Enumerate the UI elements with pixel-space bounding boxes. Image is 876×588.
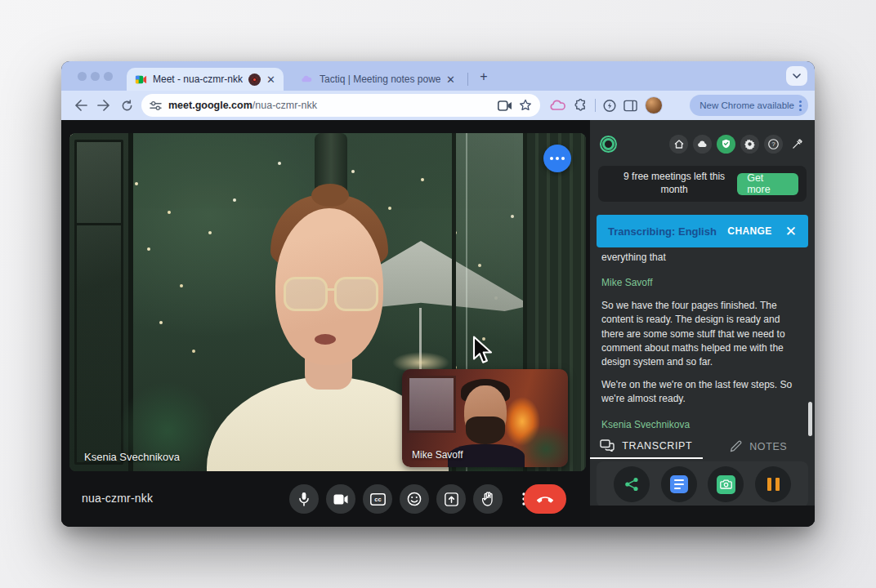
tab-tactiq-title: Tactiq | Meeting notes powe — [320, 74, 440, 85]
bookmark-star-icon[interactable] — [519, 99, 532, 112]
profile-avatar[interactable] — [645, 96, 663, 114]
window-close-button[interactable] — [78, 72, 87, 81]
browser-toolbar: meet.google.com/nua-czmr-nkk — [61, 91, 815, 120]
call-end-icon — [537, 496, 553, 503]
end-call-button[interactable] — [524, 484, 566, 514]
svg-text:?: ? — [771, 140, 775, 148]
chevron-down-icon — [793, 74, 801, 78]
smiley-icon — [407, 492, 422, 506]
extensions-puzzle-icon[interactable] — [574, 99, 588, 113]
pause-icon — [767, 478, 780, 491]
chat-overlay-button[interactable] — [543, 145, 571, 172]
pin-panel-button[interactable] — [788, 135, 807, 154]
mic-icon — [298, 492, 310, 506]
transcript-scrollbar[interactable] — [808, 402, 812, 436]
pip-participant-name: Mike Savoff — [412, 449, 463, 461]
participant-mouth — [315, 334, 336, 345]
settings-button[interactable] — [740, 135, 759, 154]
transcript-list[interactable]: everything that Mike Savoff So we have t… — [601, 251, 800, 430]
tactiq-sidebar: ? 9 free meetings left this month Get mo… — [590, 120, 815, 527]
present-button[interactable] — [436, 484, 466, 514]
pin-icon — [792, 139, 802, 149]
meet-control-bar: nua-czmr-nkk cc — [61, 471, 590, 527]
pip-participant-beard — [466, 416, 505, 444]
record-indicator-icon — [600, 136, 617, 153]
window-minimize-button[interactable] — [91, 72, 100, 81]
tab-tactiq[interactable]: Tactiq | Meeting notes powe ✕ — [293, 68, 463, 91]
main-video-tile[interactable]: Ksenia Svechnikova Mike Savoff — [69, 133, 586, 471]
tab-meet[interactable]: Meet - nua-czmr-nkk ✕ — [127, 68, 284, 91]
tactiq-extension-icon[interactable] — [550, 99, 566, 112]
toolbar-divider — [595, 99, 596, 112]
eyeglasses — [334, 277, 378, 311]
transcribing-label: Transcribing: English — [608, 225, 717, 238]
mic-button[interactable] — [289, 484, 319, 514]
captions-icon: cc — [370, 493, 386, 506]
site-settings-icon[interactable] — [150, 100, 162, 111]
window-zoom-button[interactable] — [104, 72, 113, 81]
transcript-text: We're on the we're on the last few steps… — [601, 378, 800, 407]
url-path: /nua-czmr-nkk — [253, 100, 317, 111]
camera-button[interactable] — [326, 484, 355, 514]
help-button[interactable]: ? — [764, 135, 783, 154]
pip-plant — [517, 425, 568, 467]
change-language-button[interactable]: CHANGE — [727, 225, 771, 237]
home-icon — [674, 140, 684, 149]
chat-bubbles-icon — [600, 439, 615, 452]
back-button[interactable] — [69, 94, 92, 117]
side-panel-icon[interactable] — [623, 100, 637, 112]
privacy-extension-icon[interactable] — [603, 99, 616, 113]
pip-window — [407, 376, 456, 433]
share-button[interactable] — [614, 466, 650, 502]
transcript-speaker: Mike Savoff — [601, 276, 800, 290]
transcript-text: everything that — [601, 251, 800, 265]
reactions-button[interactable] — [400, 484, 429, 514]
meet-page: Ksenia Svechnikova Mike Savoff nua-czmr-… — [61, 120, 815, 527]
meet-favicon-icon — [135, 74, 147, 86]
get-more-button[interactable]: Get more — [737, 173, 798, 195]
pause-transcript-button[interactable] — [755, 466, 791, 502]
forward-button[interactable] — [92, 94, 115, 117]
tab-search-button[interactable] — [786, 66, 807, 86]
main-participant-name: Ksenia Svechnikova — [84, 451, 180, 463]
kebab-menu-icon[interactable] — [799, 100, 802, 111]
screenshot-button[interactable] — [708, 466, 744, 502]
participant-hair-bun — [311, 184, 349, 207]
chrome-update-button[interactable]: New Chrome available — [690, 95, 808, 116]
tab-notes[interactable]: NOTES — [703, 434, 816, 459]
quota-banner: 9 free meetings left this month Get more — [598, 166, 807, 202]
camera-icon — [717, 475, 735, 494]
raise-hand-button[interactable] — [473, 484, 503, 514]
tab-meet-title: Meet - nua-czmr-nkk — [153, 74, 243, 85]
shield-check-icon — [722, 139, 731, 149]
sidebar-action-panel — [597, 461, 808, 507]
tab-close-icon[interactable]: ✕ — [446, 74, 455, 85]
tab-close-icon[interactable]: ✕ — [266, 74, 275, 85]
transcribing-banner: Transcribing: English CHANGE ✕ — [597, 215, 808, 247]
reload-button[interactable] — [115, 94, 138, 117]
question-icon: ? — [768, 139, 779, 149]
tab-transcript[interactable]: TRANSCRIPT — [590, 434, 703, 459]
camera-permission-icon[interactable] — [498, 100, 512, 111]
address-bar[interactable]: meet.google.com/nua-czmr-nkk — [141, 94, 540, 117]
extension-area — [550, 96, 663, 114]
home-button[interactable] — [669, 135, 688, 154]
pip-video-tile[interactable]: Mike Savoff — [402, 369, 568, 467]
url-text: meet.google.com/nua-czmr-nkk — [168, 100, 491, 111]
sidebar-bottom-strip — [590, 506, 815, 527]
cloud-icon — [697, 140, 708, 148]
url-host: meet.google.com — [168, 100, 253, 111]
videocam-icon — [333, 494, 348, 505]
open-document-button[interactable] — [661, 466, 697, 502]
new-tab-button[interactable]: + — [476, 69, 491, 84]
pencil-icon — [730, 440, 742, 452]
transcript-text: So we have the four pages finished. The … — [601, 299, 800, 370]
present-icon — [445, 492, 458, 506]
shield-check-button[interactable] — [717, 135, 735, 154]
close-banner-icon[interactable]: ✕ — [785, 225, 797, 238]
captions-button[interactable]: cc — [363, 484, 392, 514]
tab-strip: Meet - nua-czmr-nkk ✕ Tactiq | Meeting n… — [61, 61, 815, 91]
tactiq-header: ? — [600, 133, 807, 154]
cloud-sync-button[interactable] — [693, 135, 712, 154]
document-icon — [670, 475, 688, 493]
